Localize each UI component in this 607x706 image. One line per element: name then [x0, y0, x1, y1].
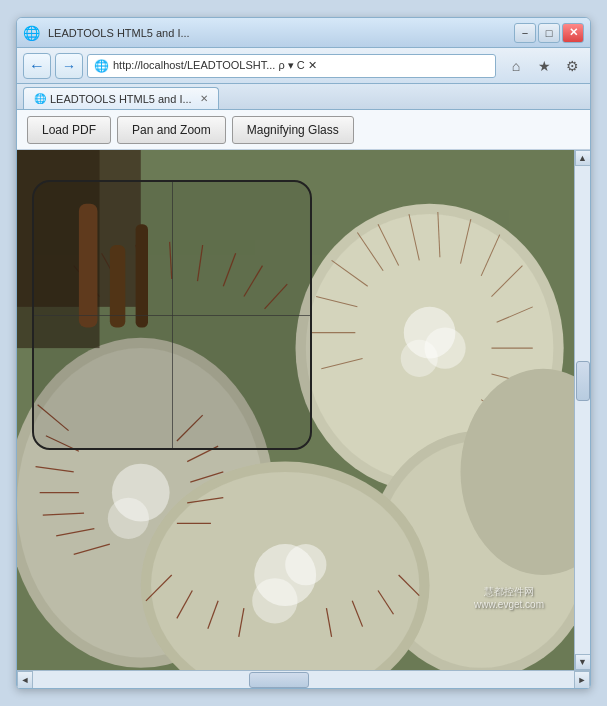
watermark: 慧都控件网 www.evget.com — [474, 585, 544, 610]
toolbar: Load PDF Pan and Zoom Magnifying Glass — [17, 110, 590, 150]
close-button[interactable]: ✕ — [562, 23, 584, 43]
favorites-icon: ★ — [538, 58, 551, 74]
scroll-v-track[interactable] — [575, 166, 591, 654]
svg-point-20 — [424, 327, 465, 368]
right-arrow-icon: ► — [578, 675, 587, 685]
scroll-left-button[interactable]: ◄ — [17, 671, 33, 689]
back-icon: ← — [29, 57, 45, 75]
browser-tab[interactable]: 🌐 LEADTOOLS HTML5 and I... ✕ — [23, 87, 219, 109]
tab-bar: 🌐 LEADTOOLS HTML5 and I... ✕ — [17, 84, 590, 110]
watermark-line1: 慧都控件网 — [474, 585, 544, 599]
scroll-up-button[interactable]: ▲ — [575, 150, 591, 166]
content-area: 慧都控件网 www.evget.com ▲ ▼ — [17, 150, 590, 670]
scroll-h-thumb[interactable] — [249, 672, 309, 688]
window-title: LEADTOOLS HTML5 and I... — [48, 27, 190, 39]
maximize-button[interactable]: □ — [538, 23, 560, 43]
load-pdf-button[interactable]: Load PDF — [27, 116, 111, 144]
vertical-scrollbar: ▲ ▼ — [574, 150, 590, 670]
scroll-h-track[interactable] — [33, 671, 574, 689]
address-bar[interactable]: 🌐 http://localhost/LEADTOOLSHT... ρ ▾ C … — [87, 54, 496, 78]
favorites-button[interactable]: ★ — [532, 54, 556, 78]
nav-bar: ← → 🌐 http://localhost/LEADTOOLSHT... ρ … — [17, 48, 590, 84]
pan-zoom-selection-box[interactable] — [32, 180, 312, 450]
up-arrow-icon: ▲ — [578, 153, 587, 163]
home-icon: ⌂ — [512, 58, 520, 74]
cactus-scene: 慧都控件网 www.evget.com — [17, 150, 574, 670]
tab-label: LEADTOOLS HTML5 and I... — [50, 93, 192, 105]
home-button[interactable]: ⌂ — [504, 54, 528, 78]
svg-point-29 — [252, 578, 297, 623]
magnifying-glass-button[interactable]: Magnifying Glass — [232, 116, 354, 144]
tab-close-button[interactable]: ✕ — [200, 93, 208, 104]
svg-point-30 — [285, 544, 326, 585]
left-arrow-icon: ◄ — [21, 675, 30, 685]
settings-icon: ⚙ — [566, 58, 579, 74]
scroll-down-button[interactable]: ▼ — [575, 654, 591, 670]
back-button[interactable]: ← — [23, 53, 51, 79]
pan-zoom-button[interactable]: Pan and Zoom — [117, 116, 226, 144]
svg-point-32 — [108, 498, 149, 539]
title-bar: 🌐 LEADTOOLS HTML5 and I... − □ ✕ — [17, 18, 590, 48]
scroll-right-button[interactable]: ► — [574, 671, 590, 689]
title-bar-left: 🌐 LEADTOOLS HTML5 and I... — [23, 25, 190, 41]
down-arrow-icon: ▼ — [578, 657, 587, 667]
scroll-v-thumb[interactable] — [576, 361, 590, 401]
tab-favicon: 🌐 — [34, 93, 46, 104]
forward-button[interactable]: → — [55, 53, 83, 79]
page-icon: 🌐 — [94, 59, 109, 73]
browser-window: 🌐 LEADTOOLS HTML5 and I... − □ ✕ ← → 🌐 h… — [16, 17, 591, 689]
ie-logo: 🌐 — [23, 25, 40, 41]
viewport[interactable]: 慧都控件网 www.evget.com — [17, 150, 574, 670]
address-text: http://localhost/LEADTOOLSHT... ρ ▾ C ✕ — [113, 59, 317, 72]
window-controls: − □ ✕ — [514, 23, 584, 43]
minimize-button[interactable]: − — [514, 23, 536, 43]
horizontal-scrollbar: ◄ ► — [17, 670, 590, 688]
settings-button[interactable]: ⚙ — [560, 54, 584, 78]
watermark-line2: www.evget.com — [474, 599, 544, 610]
nav-right-buttons: ⌂ ★ ⚙ — [504, 54, 584, 78]
forward-icon: → — [62, 58, 76, 74]
